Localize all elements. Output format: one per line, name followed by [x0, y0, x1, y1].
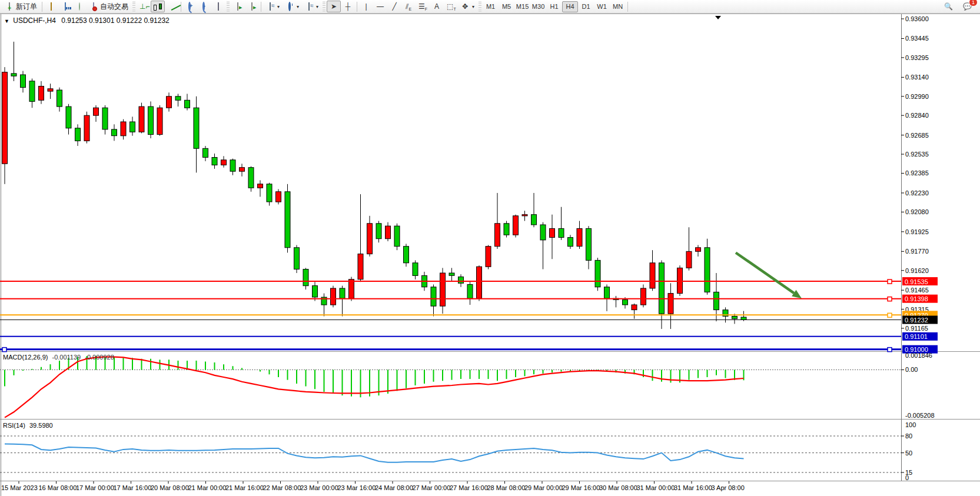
timeframe-button-D1[interactable]: D1 — [578, 1, 594, 12]
candle — [604, 287, 610, 298]
candle — [258, 184, 263, 188]
chart-dropdown-icon[interactable]: ▼ — [4, 18, 9, 24]
candle — [650, 263, 655, 288]
navigator-icon — [79, 2, 80, 11]
periods-button[interactable]: ▾ — [283, 1, 302, 12]
candle — [632, 305, 637, 310]
candle — [212, 158, 217, 165]
candle — [75, 128, 81, 141]
text-label-button[interactable]: ⬚T — [444, 1, 458, 12]
candle — [522, 215, 527, 216]
timeframe-button-M30[interactable]: M30 — [530, 1, 546, 12]
title-ohlc-values: 0.91253 0.91301 0.91222 0.91232 — [61, 16, 170, 25]
auto-scroll-button[interactable] — [231, 1, 245, 12]
chart-canvas[interactable]: 0.936000.934450.932950.931400.929900.928… — [0, 0, 980, 496]
search-icon: 🔍 — [944, 2, 952, 11]
market-watch-icon — [51, 2, 52, 11]
candle — [467, 285, 473, 299]
candle — [513, 216, 519, 235]
data-window-button[interactable] — [58, 1, 72, 12]
autotrading-label: 自动交易 — [100, 2, 128, 12]
svg-text:21 Mar 16:00: 21 Mar 16:00 — [225, 484, 264, 491]
macd-label: MACD(12,26,9) — [3, 354, 48, 361]
candle — [185, 100, 190, 108]
candle — [459, 277, 464, 284]
chat-button[interactable]: 💬 1 — [960, 1, 974, 12]
timeframe-button-H4[interactable]: H4 — [562, 1, 578, 12]
channel-button[interactable]: ⫽E — [401, 1, 416, 12]
text-button[interactable]: A — [430, 1, 444, 12]
candle — [349, 279, 354, 298]
candle — [686, 251, 692, 268]
svg-text:3 Apr 08:00: 3 Apr 08:00 — [712, 484, 745, 491]
timeframe-button-MN[interactable]: MN — [610, 1, 626, 12]
tile-windows-button[interactable] — [211, 1, 225, 12]
zoom-in-button[interactable]: + — [183, 1, 197, 12]
timeframe-button-H1[interactable]: H1 — [546, 1, 562, 12]
svg-text:17 Mar 00:00: 17 Mar 00:00 — [76, 484, 114, 491]
bar-chart-icon: ⊥⌐ — [139, 2, 148, 11]
candle — [440, 273, 446, 306]
autotrading-button[interactable]: 自动交易 — [87, 1, 131, 12]
svg-text:0.91465: 0.91465 — [905, 287, 929, 294]
svg-text:0.91620: 0.91620 — [905, 267, 929, 274]
cursor-button[interactable]: ➤ — [327, 1, 341, 12]
indicators-button[interactable]: ▾ — [263, 1, 283, 12]
template-icon — [308, 2, 310, 11]
line-chart-button[interactable] — [165, 1, 179, 12]
svg-text:0.00: 0.00 — [905, 366, 918, 373]
svg-text:0.92535: 0.92535 — [905, 151, 929, 158]
navigator-button[interactable] — [72, 1, 87, 12]
candle — [449, 273, 454, 275]
svg-text:27 Mar 00:00: 27 Mar 00:00 — [413, 484, 451, 491]
toolbar: 新订单 自动交易 ⊥⌐ + - ▾ ▾ ▾ ➤ ┼ | — ╱ ⫽E ☰F A — [0, 0, 980, 14]
candle — [623, 299, 628, 305]
svg-text:50: 50 — [905, 450, 912, 457]
search-button[interactable]: 🔍 — [941, 1, 955, 12]
mt4-window: 0.936000.934450.932950.931400.929900.928… — [0, 0, 980, 496]
candle — [413, 263, 418, 276]
timeframe-button-M5[interactable]: M5 — [499, 1, 514, 12]
channel-icon: ⫽E — [404, 2, 413, 11]
arrows-button[interactable]: ✥▾ — [458, 1, 477, 12]
new-order-button[interactable]: 新订单 — [2, 1, 40, 12]
autotrading-icon — [93, 2, 94, 11]
candle — [559, 228, 564, 237]
candle — [112, 129, 117, 136]
fibonacci-button[interactable]: ☰F — [416, 1, 430, 12]
vertical-line-button[interactable]: | — [359, 1, 373, 12]
svg-text:0.91535: 0.91535 — [905, 278, 928, 285]
candle — [677, 268, 683, 293]
candle — [577, 228, 582, 246]
candlestick-chart-button[interactable] — [151, 1, 165, 12]
market-watch-button[interactable] — [44, 1, 58, 12]
horizontal-line-button[interactable]: — — [373, 1, 387, 12]
timeframe-button-M15[interactable]: M15 — [514, 1, 530, 12]
candle — [696, 248, 701, 252]
candle — [102, 108, 108, 129]
svg-text:20 Mar 08:00: 20 Mar 08:00 — [151, 484, 189, 491]
svg-text:0.92080: 0.92080 — [905, 208, 929, 215]
candle — [21, 75, 26, 88]
candle — [230, 160, 235, 171]
symbol-period-label: USDCHF-,H4 — [13, 16, 56, 25]
svg-text:24 Mar 08:00: 24 Mar 08:00 — [375, 484, 413, 491]
candle — [495, 224, 500, 247]
fibonacci-icon: ☰F — [418, 2, 427, 11]
trendline-icon: ╱ — [390, 2, 398, 11]
crosshair-button[interactable]: ┼ — [341, 1, 355, 12]
macd-signal-line — [5, 357, 744, 418]
svg-text:22 Mar 08:00: 22 Mar 08:00 — [263, 484, 301, 491]
trendline-button[interactable]: ╱ — [387, 1, 401, 12]
svg-text:29 Mar 16:00: 29 Mar 16:00 — [562, 484, 600, 491]
timeframe-button-W1[interactable]: W1 — [594, 1, 610, 12]
svg-text:23 Mar 00:00: 23 Mar 00:00 — [300, 484, 338, 491]
templates-button[interactable]: ▾ — [302, 1, 321, 12]
zoom-out-button[interactable]: - — [197, 1, 211, 12]
timeframe-button-M1[interactable]: M1 — [483, 1, 499, 12]
candle — [568, 238, 573, 247]
bar-chart-button[interactable]: ⊥⌐ — [137, 1, 151, 12]
chart-shift-button[interactable] — [245, 1, 259, 12]
candle — [139, 106, 144, 132]
rsi-pane-label: RSI(14) 39.5980 — [3, 422, 53, 429]
